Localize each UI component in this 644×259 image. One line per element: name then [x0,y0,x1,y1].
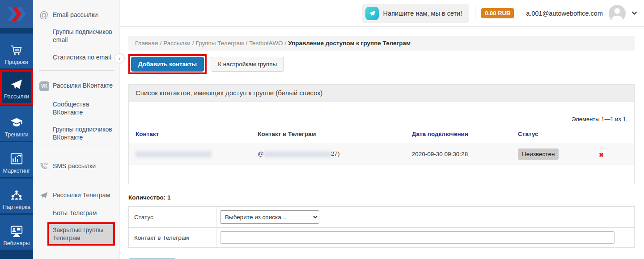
sidebar-item-label: Маркетинг [3,168,30,174]
chat-with-us-button[interactable]: Напишите нам, мы в сети! [362,4,470,23]
actions-cell: ✖ [599,143,634,165]
table-row: @27) 2020-09-30 09:30:28 Неизвестен ✖ [129,143,634,165]
breadcrumb-link-mailings[interactable]: Рассылки [163,40,191,47]
contacts-table: Контакт Контакт в Телеграм Дата подключе… [129,129,634,165]
column-header-connection-date[interactable]: Дата подключения [412,129,518,143]
primary-sidebar: Продажи Рассылки Тренинги [0,0,33,259]
sidebar-item-webinars[interactable]: Вебинары [0,215,33,250]
webinar-icon [10,225,23,238]
submenu-item-email-stats[interactable]: Статистика по email [33,53,119,61]
chat-label: Напишите нам, мы в сети! [383,10,462,17]
telegram-handle-prefix[interactable]: @ [258,150,264,157]
topbar: Напишите нам, мы в сети! 0.00 RUB a.001@… [120,0,644,27]
breadcrumb-link-bot[interactable]: TestbotAWO [249,40,283,47]
column-header-status[interactable]: Статус [518,129,599,143]
status-filter-label: Статус [129,207,216,228]
sidebar-item-affiliate[interactable]: Партнёрка [0,178,33,213]
vk-icon: VK [39,81,53,91]
highlighted-submenu-item[interactable]: Закрытые группы Телеграм [47,222,115,246]
user-email: a.001@autoweboffice.com [526,10,603,17]
submenu-divider [39,70,114,71]
submenu-item-email-subscriber-groups[interactable]: Группы подписчиков email [33,28,119,44]
redacted-contact-name [136,151,212,157]
submenu-item-email-mailings[interactable]: @ Email рассылки [33,11,119,19]
topbar-divider [520,5,520,21]
telegram-handle-suffix: 27) [331,150,340,157]
people-network-icon [10,188,23,202]
annotation-highlight-box: Добавить контакты [128,54,207,74]
sidebar-item-label: Продажи [5,59,28,65]
telegram-contact-cell: @27) [258,143,412,165]
paper-plane-icon [39,191,53,200]
submenu-item-vk-communities[interactable]: Сообщества ВКонтакте [33,100,119,116]
whitelist-panel: Список контактов, имеющих доступ к групп… [128,84,635,184]
at-icon: @ [39,11,53,19]
panel-body: Элементы 1—1 из 1. Контакт Контакт в Тел… [129,102,634,184]
status-badge: Неизвестен [518,149,559,160]
telegram-chat-icon [365,7,379,20]
cart-icon [10,43,23,57]
submenu-divider [39,180,114,180]
chevron-down-icon[interactable] [631,11,637,15]
redacted-telegram-handle [264,151,331,157]
page-content: Главная/Рассылки/Группы Телеграм/Testbot… [120,27,644,259]
telegram-filter-input[interactable] [220,231,614,244]
graduation-cap-icon [9,116,24,129]
main-area: Напишите нам, мы в сети! 0.00 RUB a.001@… [120,0,644,259]
telegram-filter-cell [216,228,635,248]
paper-plane-icon [10,78,23,91]
column-header-contact[interactable]: Контакт [129,129,258,143]
filter-form: Статус Выберите из списка... Контакт в Т… [128,206,635,248]
breadcrumb-current: Управление доступом к группе Телеграм [288,40,411,47]
filter-row-telegram: Контакт в Телеграм [129,228,635,248]
chart-icon [10,152,23,166]
status-filter-cell: Выберите из списка... [216,207,635,228]
sidebar-item-label: Вебинары [3,240,30,246]
column-header-actions [599,129,634,143]
breadcrumb: Главная/Рассылки/Группы Телеграм/Testbot… [128,36,635,51]
contact-cell [129,143,258,165]
chevrons-logo-icon [6,6,27,22]
group-settings-button[interactable]: К настройкам группы [211,57,284,72]
sms-phone-icon [39,162,53,171]
primary-nav: Продажи Рассылки Тренинги [0,34,33,251]
submenu-item-vk-subscriber-groups[interactable]: Группы подписчиков ВКонтакте [33,125,119,141]
sidebar-item-label: Рассылки [4,93,29,100]
column-header-telegram-contact: Контакт в Телеграм [258,129,412,143]
submenu-item-vk-mailings[interactable]: VK Рассылки ВКонтакте [33,81,119,91]
submenu-item-telegram-closed-groups[interactable]: Закрытые группы Телеграм [33,226,119,246]
action-buttons-row: Добавить контакты К настройкам группы [128,54,635,74]
submenu-item-sms-mailings[interactable]: SMS рассылки [33,162,119,171]
status-cell: Неизвестен [518,143,599,165]
connection-date-cell: 2020-09-30 09:30:28 [412,143,518,165]
breadcrumb-link-home[interactable]: Главная [135,40,158,47]
delete-contact-icon[interactable]: ✖ [599,148,607,158]
items-summary: Элементы 1—1 из 1. [136,116,627,123]
avatar[interactable] [609,5,626,22]
sidebar-item-marketing[interactable]: Маркетинг [0,142,33,177]
sidebar-item-label: Тренинги [4,132,28,138]
sidebar-item-trainings[interactable]: Тренинги [0,106,33,141]
sidebar-item-sales[interactable]: Продажи [0,34,33,68]
add-contacts-button[interactable]: Добавить контакты [131,57,204,72]
app-window: Продажи Рассылки Тренинги [0,0,644,259]
sidebar-item-mailings[interactable]: Рассылки [0,70,33,105]
filter-row-status: Статус Выберите из списка... [129,207,635,228]
secondary-sidebar: @ Email рассылки Группы подписчиков emai… [33,0,120,259]
topbar-divider [475,5,475,21]
submenu-item-telegram-mailings[interactable]: Рассылки Телеграм [33,191,119,200]
breadcrumb-link-telegram-groups[interactable]: Группы Телеграм [196,40,244,47]
balance-badge[interactable]: 0.00 RUB [481,8,514,18]
telegram-filter-label: Контакт в Телеграм [129,228,216,248]
submenu-divider [39,151,114,151]
sidebar-collapse-button[interactable]: ‹ [114,53,125,64]
count-label: Количество: 1 [128,194,635,201]
submenu-item-telegram-bots[interactable]: Боты Телеграм [33,209,119,217]
panel-title: Список контактов, имеющих доступ к групп… [129,85,634,102]
app-logo[interactable] [0,0,33,28]
status-select[interactable]: Выберите из списка... [220,210,319,224]
sidebar-item-label: Партнёрка [3,204,30,210]
